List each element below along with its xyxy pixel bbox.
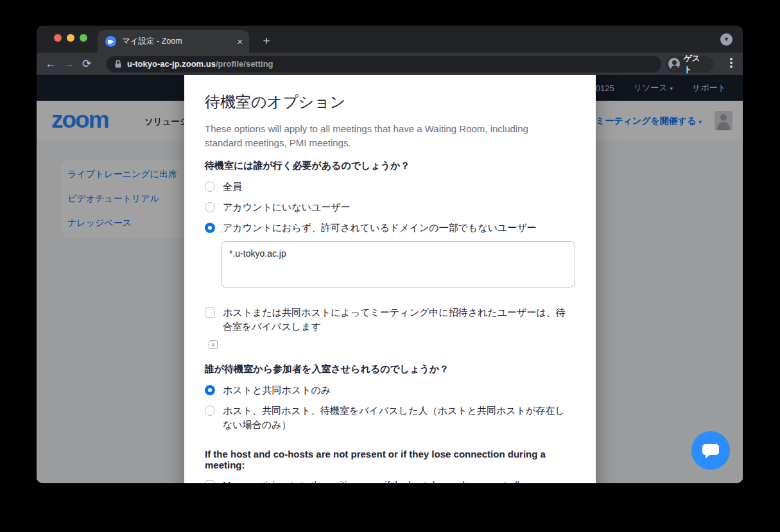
radio-option-host-cohosts-bypassers[interactable]: ホスト、共同ホスト、待機室をバイパスした人（ホストと共同ホストが存在しない場合の…: [205, 404, 575, 432]
q2-options: ホストと共同ホストのみ ホスト、共同ホスト、待機室をバイパスした人（ホストと共同…: [205, 383, 575, 432]
browser-titlebar: マイ設定 - Zoom × + ▼: [37, 26, 743, 53]
bypass-waiting-room-checkbox-row[interactable]: ホストまたは共同ホストによってミーティング中に招待されたユーザーは、待合室をバイ…: [205, 305, 575, 334]
modal-description: These options will apply to all meetings…: [205, 122, 555, 150]
radio-icon[interactable]: [205, 385, 215, 395]
new-tab-button[interactable]: +: [258, 33, 275, 49]
forward-button: →: [60, 58, 78, 71]
modal-title: 待機室のオプション: [205, 92, 575, 112]
tab-title: マイ設定 - Zoom: [122, 36, 233, 47]
browser-toolbar: ← → ⟳ u-tokyo-ac-jp.zoom.us/profile/sett…: [37, 53, 743, 75]
profile-button[interactable]: ゲスト: [666, 56, 713, 73]
radio-icon[interactable]: [205, 202, 215, 212]
lock-icon: [114, 60, 122, 69]
checkbox-icon[interactable]: [205, 480, 215, 483]
zoom-favicon-icon: [105, 36, 116, 47]
radio-icon[interactable]: [205, 182, 215, 192]
browser-menu-button[interactable]: [726, 58, 736, 68]
url-path: /profile/setting: [216, 59, 273, 69]
question-who-can-admit: 誰が待機室から参加者を入室させられるのでしょうか？: [205, 363, 575, 375]
chevron-down-icon[interactable]: ▼: [720, 33, 732, 46]
radio-option-users-not-in-account[interactable]: アカウントにいないユーザー: [205, 200, 575, 214]
glyph-v-icon: v: [209, 340, 218, 349]
zoom-window-button[interactable]: [80, 34, 87, 42]
radio-option-everyone[interactable]: 全員: [205, 180, 575, 194]
page-viewport: 1.888.799.0125 リソース▾ サポート zoom ソリューション▾ …: [37, 75, 743, 483]
chat-bubble-icon: [702, 444, 719, 455]
minimize-window-button[interactable]: [67, 34, 74, 42]
back-button[interactable]: ←: [42, 58, 60, 71]
question-host-not-present: If the host and co-hosts are not present…: [205, 449, 575, 470]
tab-close-icon[interactable]: ×: [237, 37, 243, 46]
browser-window: マイ設定 - Zoom × + ▼ ← → ⟳ u-tokyo-ac-jp.zo…: [37, 26, 743, 483]
window-controls: [54, 34, 87, 42]
q1-options: 全員 アカウントにいないユーザー アカウントにおらず、許可されているドメインの一…: [205, 180, 575, 235]
radio-option-users-not-in-account-or-domain[interactable]: アカウントにおらず、許可されているドメインの一部でもないユーザー: [205, 221, 575, 235]
move-participants-checkbox-row[interactable]: Move participants to the waiting room if…: [205, 478, 575, 483]
radio-icon[interactable]: [205, 406, 215, 416]
question-who-goes-to-waiting-room: 待機室には誰が行く必要があるのでしょうか？: [205, 160, 575, 172]
checkbox-icon[interactable]: [205, 307, 215, 318]
waiting-room-options-modal: 待機室のオプション These options will apply to al…: [184, 75, 596, 483]
url-domain: u-tokyo-ac-jp.zoom.us: [127, 59, 216, 69]
close-window-button[interactable]: [54, 34, 62, 42]
browser-tab[interactable]: マイ設定 - Zoom ×: [98, 30, 249, 53]
guest-avatar-icon: [668, 58, 680, 70]
radio-icon[interactable]: [205, 223, 215, 233]
radio-option-host-cohosts-only[interactable]: ホストと共同ホストのみ: [205, 383, 575, 397]
address-bar[interactable]: u-tokyo-ac-jp.zoom.us/profile/setting: [107, 56, 661, 73]
url-text: u-tokyo-ac-jp.zoom.us/profile/setting: [127, 59, 273, 69]
guest-label: ゲスト: [684, 53, 707, 75]
reload-button[interactable]: ⟳: [78, 57, 96, 71]
chat-support-button[interactable]: [691, 431, 730, 470]
allowed-domains-input[interactable]: *.u-tokyo.ac.jp: [221, 241, 575, 287]
